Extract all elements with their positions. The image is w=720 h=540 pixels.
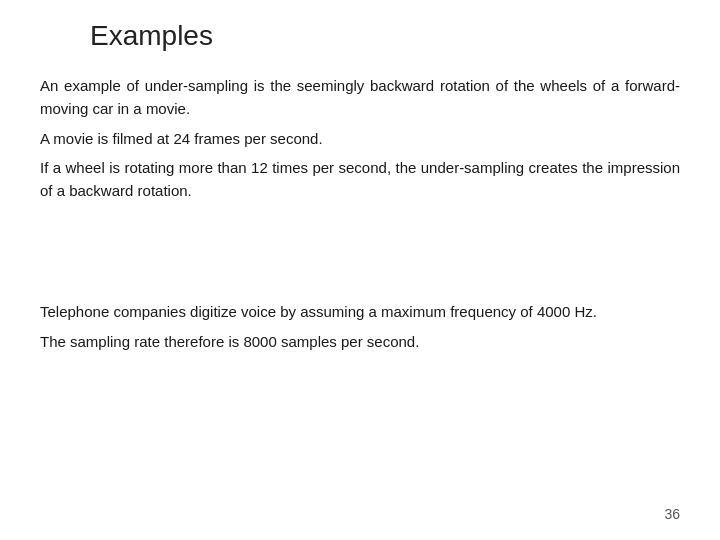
paragraph-1: An example of under-sampling is the seem… bbox=[40, 74, 680, 121]
spacer bbox=[40, 210, 680, 290]
paragraph-5: The sampling rate therefore is 8000 samp… bbox=[40, 330, 680, 353]
top-content-section: An example of under-sampling is the seem… bbox=[40, 74, 680, 202]
slide-title: Examples bbox=[40, 20, 680, 52]
page-number: 36 bbox=[664, 506, 680, 522]
slide-container: Examples An example of under-sampling is… bbox=[0, 0, 720, 540]
bottom-content-section: Telephone companies digitize voice by as… bbox=[40, 300, 680, 353]
paragraph-4: Telephone companies digitize voice by as… bbox=[40, 300, 680, 323]
paragraph-3: If a wheel is rotating more than 12 time… bbox=[40, 156, 680, 203]
paragraph-2: A movie is filmed at 24 frames per secon… bbox=[40, 127, 680, 150]
